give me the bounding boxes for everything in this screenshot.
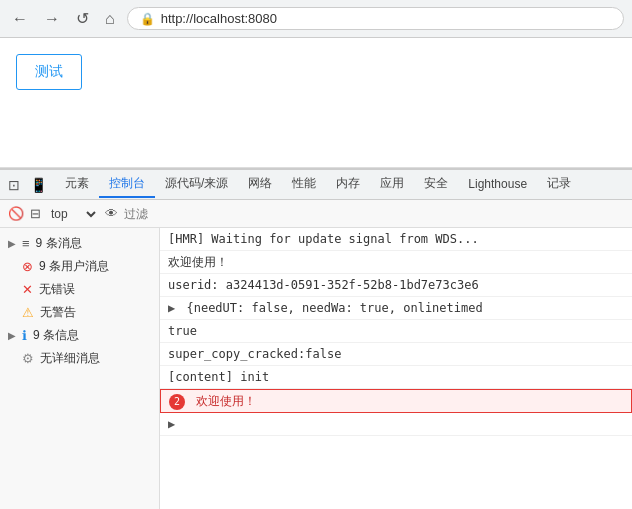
tab-application[interactable]: 应用 — [370, 171, 414, 198]
tab-lighthouse[interactable]: Lighthouse — [458, 173, 537, 197]
forward-button[interactable]: → — [40, 8, 64, 30]
info-icon: ℹ — [22, 328, 27, 343]
left-item-verbose[interactable]: ▶ ⚙ 无详细消息 — [0, 347, 159, 370]
console-line-1: [HMR] Waiting for update signal from WDS… — [160, 228, 632, 251]
verbose-icon: ⚙ — [22, 351, 34, 366]
error-icon: ✕ — [22, 282, 33, 297]
eye-icon[interactable]: 👁 — [105, 206, 118, 221]
user-icon: ⊗ — [22, 259, 33, 274]
left-item-user-messages[interactable]: ▶ ⊗ 9 条用户消息 — [0, 255, 159, 278]
url-text: http://localhost:8080 — [161, 11, 277, 26]
console-line-7: [content] init — [160, 366, 632, 389]
tab-performance[interactable]: 性能 — [282, 171, 326, 198]
inspect-icon[interactable]: ⊡ — [4, 175, 24, 195]
messages-label: 9 条消息 — [36, 235, 151, 252]
error-count-badge: 2 — [169, 394, 185, 410]
address-bar[interactable]: 🔒 http://localhost:8080 — [127, 7, 624, 30]
left-item-warnings[interactable]: ▶ ⚠ 无警告 — [0, 301, 159, 324]
console-line-2: 欢迎使用！ — [160, 251, 632, 274]
console-text-4: {needUT: false, needWa: true, onlinetime… — [186, 301, 482, 315]
verbose-label: 无详细消息 — [40, 350, 151, 367]
tab-console[interactable]: 控制台 — [99, 171, 155, 198]
tab-sources[interactable]: 源代码/来源 — [155, 171, 238, 198]
left-item-messages[interactable]: ▶ ≡ 9 条消息 — [0, 232, 159, 255]
warn-icon: ⚠ — [22, 305, 34, 320]
level-select[interactable]: top top ▼ — [47, 206, 99, 222]
devtools-tabs: ⊡ 📱 元素 控制台 源代码/来源 网络 性能 内存 应用 安全 Lightho… — [0, 170, 632, 200]
tab-elements[interactable]: 元素 — [55, 171, 99, 198]
tab-memory[interactable]: 内存 — [326, 171, 370, 198]
errors-label: 无错误 — [39, 281, 151, 298]
warnings-label: 无警告 — [40, 304, 151, 321]
arrow-icon: ▶ — [8, 330, 16, 341]
home-button[interactable]: ⌂ — [101, 8, 119, 30]
devtools-panel: ⊡ 📱 元素 控制台 源代码/来源 网络 性能 内存 应用 安全 Lightho… — [0, 168, 632, 509]
console-line-3: userid: a324413d-0591-352f-52b8-1bd7e73c… — [160, 274, 632, 297]
user-messages-label: 9 条用户消息 — [39, 258, 151, 275]
left-panel: ▶ ≡ 9 条消息 ▶ ⊗ 9 条用户消息 ▶ ✕ 无错误 ▶ ⚠ 无警告 ▶ — [0, 228, 160, 509]
filter-input[interactable] — [124, 207, 184, 221]
console-line-5: true — [160, 320, 632, 343]
left-item-info[interactable]: ▶ ℹ 9 条信息 — [0, 324, 159, 347]
console-text-8: 欢迎使用！ — [196, 394, 256, 408]
devtools-icon-buttons: ⊡ 📱 — [4, 175, 51, 195]
console-output: [HMR] Waiting for update signal from WDS… — [160, 228, 632, 509]
console-text-7: [content] init — [168, 370, 269, 384]
page-content: 测试 — [0, 38, 632, 168]
filter-button[interactable]: ⊟ — [30, 206, 41, 221]
console-line-8: 2 欢迎使用！ — [160, 389, 632, 413]
info-label: 9 条信息 — [33, 327, 151, 344]
expand-arrow-icon-2: ▶ — [168, 417, 175, 431]
console-text-1: [HMR] Waiting for update signal from WDS… — [168, 232, 479, 246]
test-button[interactable]: 测试 — [16, 54, 82, 90]
lock-icon: 🔒 — [140, 12, 155, 26]
console-text-3: userid: a324413d-0591-352f-52b8-1bd7e73c… — [168, 278, 479, 292]
console-text-6: super_copy_cracked:false — [168, 347, 341, 361]
clear-console-button[interactable]: 🚫 — [8, 206, 24, 221]
console-line-9[interactable]: ▶ — [160, 413, 632, 436]
device-icon[interactable]: 📱 — [26, 175, 51, 195]
devtools-body: ▶ ≡ 9 条消息 ▶ ⊗ 9 条用户消息 ▶ ✕ 无错误 ▶ ⚠ 无警告 ▶ — [0, 228, 632, 509]
messages-icon: ≡ — [22, 236, 30, 251]
tab-record[interactable]: 记录 — [537, 171, 581, 198]
reload-button[interactable]: ↺ — [72, 7, 93, 30]
console-line-6: super_copy_cracked:false — [160, 343, 632, 366]
expand-arrow-icon: ▶ — [168, 301, 175, 315]
console-text-2: 欢迎使用！ — [168, 255, 228, 269]
tab-security[interactable]: 安全 — [414, 171, 458, 198]
left-item-errors[interactable]: ▶ ✕ 无错误 — [0, 278, 159, 301]
console-text-5: true — [168, 324, 197, 338]
browser-chrome: ← → ↺ ⌂ 🔒 http://localhost:8080 — [0, 0, 632, 38]
tab-network[interactable]: 网络 — [238, 171, 282, 198]
console-line-4[interactable]: ▶ {needUT: false, needWa: true, onlineti… — [160, 297, 632, 320]
console-toolbar: 🚫 ⊟ top top ▼ 👁 — [0, 200, 632, 228]
back-button[interactable]: ← — [8, 8, 32, 30]
arrow-icon: ▶ — [8, 238, 16, 249]
